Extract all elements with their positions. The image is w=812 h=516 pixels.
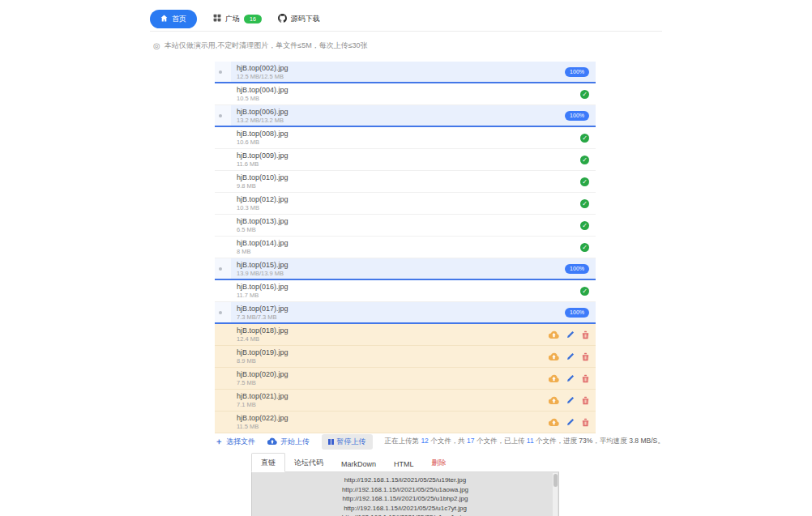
file-size: 7.3 MB/7.3 MB — [237, 313, 288, 321]
check-icon: ✓ — [580, 243, 589, 252]
spinner-dot — [219, 70, 222, 74]
link-line: http://192.168.1.15/i/2021/05/25/u1cm1a.… — [252, 513, 558, 516]
file-meta: hjB.top(012).jpg10.3 MB — [231, 195, 288, 211]
file-row[interactable]: hjB.top(020).jpg7.5 MB — [215, 368, 596, 390]
retry-upload-icon[interactable] — [549, 330, 559, 339]
file-row[interactable]: hjB.top(016).jpg11.7 MB✓ — [215, 280, 596, 302]
delete-icon[interactable] — [582, 418, 589, 427]
row-gutter — [215, 105, 231, 126]
file-row[interactable]: hjB.top(008).jpg10.6 MB✓ — [215, 127, 596, 149]
nav-source-button[interactable]: 源码下载 — [278, 14, 320, 24]
row-actions: ✓ — [580, 90, 596, 99]
cloud-upload-icon — [267, 437, 277, 446]
result-tab-论坛代码[interactable]: 论坛代码 — [285, 454, 332, 471]
progress-badge: 100% — [565, 111, 589, 121]
row-actions: 100% — [565, 111, 596, 121]
file-row[interactable]: hjB.top(015).jpg13.9 MB/13.9 MB100% — [215, 258, 596, 280]
upload-toolbar: ＋ 选择文件 开始上传 暂停上传 正在上传第 12 个文件，共 17 个文件，已… — [215, 434, 596, 449]
file-row[interactable]: hjB.top(010).jpg9.8 MB✓ — [215, 171, 596, 193]
spinner-dot — [219, 311, 222, 314]
result-tab-删除[interactable]: 删除 — [423, 454, 455, 471]
retry-upload-icon[interactable] — [549, 418, 559, 426]
file-size: 7.5 MB — [237, 379, 288, 386]
check-icon: ✓ — [580, 134, 589, 143]
file-row[interactable]: hjB.top(006).jpg13.2 MB/13.2 MB100% — [215, 105, 596, 127]
pause-upload-label: 暂停上传 — [337, 437, 366, 447]
file-row[interactable]: hjB.top(002).jpg12.5 MB/12.5 MB100% — [215, 62, 596, 83]
edit-icon[interactable] — [566, 396, 575, 404]
file-meta: hjB.top(014).jpg8 MB — [231, 239, 288, 255]
result-tab-直链[interactable]: 直链 — [251, 453, 285, 472]
notice-text: 本站仅做演示用,不定时清理图片，单文件≤5M，每次上传≤30张 — [165, 41, 368, 51]
file-name: hjB.top(017).jpg — [237, 305, 288, 313]
file-size: 12.4 MB — [237, 335, 288, 343]
result-tabs: 直链论坛代码MarkDownHTML删除 — [251, 453, 559, 472]
grid-icon — [213, 14, 221, 23]
edit-icon[interactable] — [566, 374, 575, 382]
file-size: 11.7 MB — [237, 292, 288, 299]
file-meta: hjB.top(022).jpg11.5 MB — [231, 414, 288, 430]
row-actions: 100% — [565, 264, 596, 274]
retry-upload-icon[interactable] — [549, 374, 559, 382]
row-gutter — [215, 171, 231, 192]
file-row[interactable]: hjB.top(013).jpg6.5 MB✓ — [215, 215, 596, 237]
nav-plaza-label: 广场 — [225, 14, 240, 24]
row-actions: ✓ — [580, 177, 596, 186]
file-row[interactable]: hjB.top(014).jpg8 MB✓ — [215, 237, 596, 258]
result-tab-MarkDown[interactable]: MarkDown — [332, 456, 385, 471]
file-meta: hjB.top(009).jpg11.6 MB — [231, 151, 288, 168]
row-actions: ✓ — [580, 243, 596, 252]
result-links-textarea[interactable]: http://192.168.1.15/i/2021/05/25/u19ter.… — [251, 472, 559, 516]
file-name: hjB.top(019).jpg — [237, 348, 288, 357]
file-row[interactable]: hjB.top(017).jpg7.3 MB/7.3 MB100% — [215, 302, 596, 324]
edit-icon[interactable] — [566, 418, 575, 426]
nav-plaza-button[interactable]: 广场 16 — [213, 14, 262, 24]
row-actions — [549, 374, 596, 383]
row-actions: 100% — [565, 67, 596, 77]
retry-upload-icon[interactable] — [549, 396, 559, 404]
row-gutter — [215, 83, 231, 104]
delete-icon[interactable] — [582, 374, 589, 383]
file-size: 8.9 MB — [237, 357, 288, 365]
select-files-button[interactable]: ＋ 选择文件 — [215, 436, 255, 447]
delete-icon[interactable] — [582, 330, 589, 339]
edit-icon[interactable] — [566, 330, 575, 339]
row-gutter — [215, 412, 231, 433]
file-name: hjB.top(004).jpg — [237, 86, 288, 95]
result-tab-HTML[interactable]: HTML — [385, 456, 423, 471]
retry-upload-icon[interactable] — [549, 352, 559, 360]
row-gutter — [215, 127, 231, 148]
link-line: http://192.168.1.15/i/2021/05/25/u1bhp2.… — [252, 494, 558, 504]
spinner-dot — [219, 267, 222, 271]
file-name: hjB.top(018).jpg — [237, 326, 288, 335]
file-size: 11.6 MB — [237, 160, 288, 168]
row-gutter — [215, 62, 231, 82]
nav-home-button[interactable]: 首页 — [150, 10, 197, 28]
file-row[interactable]: hjB.top(009).jpg11.6 MB✓ — [215, 149, 596, 171]
file-name: hjB.top(014).jpg — [237, 239, 288, 248]
file-meta: hjB.top(017).jpg7.3 MB/7.3 MB — [231, 305, 288, 321]
row-gutter — [215, 215, 231, 236]
edit-icon[interactable] — [566, 352, 575, 360]
row-actions: ✓ — [580, 221, 596, 230]
github-icon — [278, 14, 287, 24]
file-size: 9.8 MB — [237, 182, 288, 190]
file-row[interactable]: hjB.top(019).jpg8.9 MB — [215, 346, 596, 368]
file-row[interactable]: hjB.top(012).jpg10.3 MB✓ — [215, 193, 596, 215]
file-size: 6.5 MB — [237, 226, 288, 233]
file-row[interactable]: hjB.top(004).jpg10.5 MB✓ — [215, 83, 596, 105]
file-size: 11.5 MB — [237, 423, 288, 430]
scrollbar-thumb[interactable] — [553, 474, 558, 487]
file-row[interactable]: hjB.top(022).jpg11.5 MB — [215, 412, 596, 433]
delete-icon[interactable] — [582, 352, 589, 361]
delete-icon[interactable] — [582, 396, 589, 405]
file-row[interactable]: hjB.top(018).jpg12.4 MB — [215, 324, 596, 346]
nav-source-label: 源码下载 — [291, 14, 320, 24]
start-upload-button[interactable]: 开始上传 — [267, 437, 310, 447]
pause-upload-button[interactable]: 暂停上传 — [322, 434, 373, 450]
textarea-scrollbar[interactable] — [553, 473, 558, 516]
file-size: 10.6 MB — [237, 139, 288, 146]
file-row[interactable]: hjB.top(021).jpg7.1 MB — [215, 390, 596, 412]
site-notice: ◎ 本站仅做演示用,不定时清理图片，单文件≤5M，每次上传≤30张 — [153, 41, 368, 51]
file-meta: hjB.top(016).jpg11.7 MB — [231, 283, 288, 299]
